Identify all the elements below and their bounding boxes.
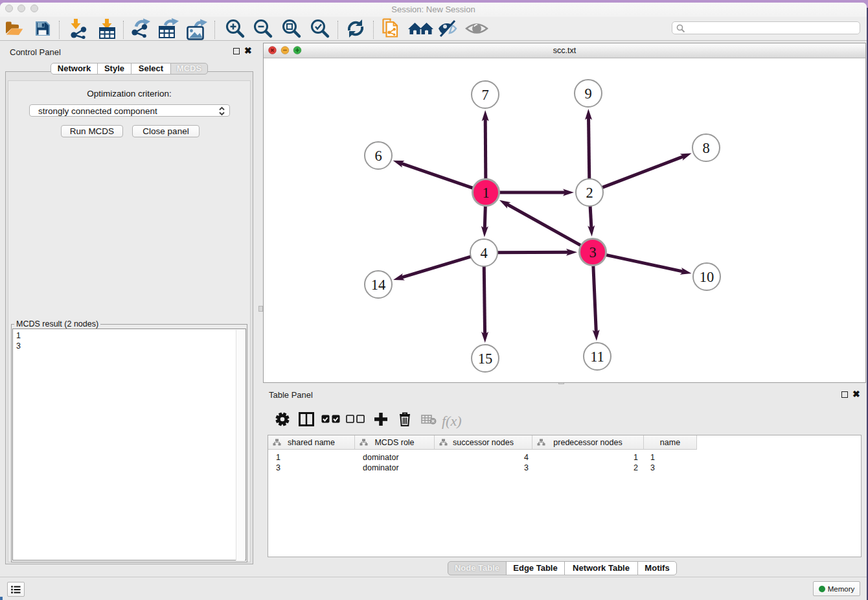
svg-text:8: 8: [702, 140, 709, 156]
svg-text:6: 6: [374, 148, 382, 164]
svg-text:15: 15: [478, 351, 493, 367]
svg-text:11: 11: [590, 349, 604, 365]
svg-text:14: 14: [371, 277, 386, 293]
svg-text:4: 4: [480, 245, 487, 261]
svg-text:1: 1: [482, 185, 489, 201]
svg-text:10: 10: [700, 269, 714, 285]
svg-text:9: 9: [584, 86, 591, 102]
svg-text:7: 7: [481, 87, 488, 103]
svg-text:2: 2: [586, 185, 593, 201]
svg-text:3: 3: [589, 244, 596, 260]
